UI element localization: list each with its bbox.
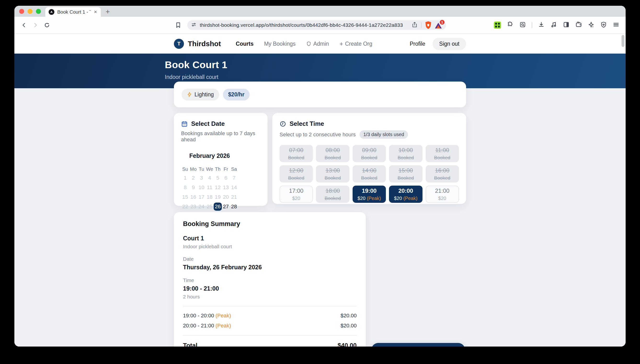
slot-status: Booked xyxy=(361,175,377,181)
slot-time: 13:00 xyxy=(326,167,340,174)
summary-title: Booking Summary xyxy=(183,220,357,228)
calendar-day: 19 xyxy=(214,192,222,202)
slot-price: $20 xyxy=(394,196,402,201)
nav-item-my-bookings[interactable]: My Bookings xyxy=(264,41,296,47)
url-text[interactable]: thirdshot-booking.vercel.app/o/thirdshot… xyxy=(200,22,408,28)
calendar-month-label: February 2026 xyxy=(181,152,238,159)
line-item-peak-label: (Peak) xyxy=(216,312,231,318)
zoom-window-button[interactable] xyxy=(36,9,41,14)
calendar-day: 17 xyxy=(197,192,205,202)
calendar-days: 1234567891011121314151617181920212223242… xyxy=(181,173,238,212)
calendar-day: 23 xyxy=(189,202,197,212)
site-settings-icon[interactable] xyxy=(191,22,196,28)
minimize-window-button[interactable] xyxy=(28,9,33,14)
close-tab-icon[interactable]: × xyxy=(93,9,97,15)
calendar: February 2026 SuMoTuWeThFrSa 12345678910… xyxy=(181,152,238,212)
slot-status: Booked xyxy=(325,175,341,181)
slot-price: $20 xyxy=(438,196,446,201)
summary-total-row: Total $40.00 xyxy=(183,342,357,346)
browser-window: Book Court 1 - Thirdshot Club × + xyxy=(14,6,626,346)
slots-used-badge: 1/3 daily slots used xyxy=(359,130,408,139)
wallet-icon[interactable] xyxy=(575,21,582,29)
nav-item-label: My Bookings xyxy=(264,41,296,47)
time-slot-1700-available[interactable]: 17:00$20 xyxy=(280,186,313,203)
extensions-puzzle-icon[interactable] xyxy=(507,21,514,29)
page-subtitle: Indoor pickleball court xyxy=(165,74,475,80)
select-time-title-row: Select Time xyxy=(280,120,459,128)
calendar-day-selected[interactable]: 26 xyxy=(214,202,222,212)
clock-icon xyxy=(280,120,286,127)
green-extension-icon[interactable] xyxy=(494,22,501,29)
proceed-to-payment-button[interactable]: Proceed to Payment xyxy=(371,343,465,346)
line-item-amount: $20.00 xyxy=(341,312,357,319)
lightning-icon xyxy=(187,92,192,97)
nav-item-courts[interactable]: Courts xyxy=(236,41,253,47)
nav-item-label: Admin xyxy=(313,41,329,47)
sidebar-icon[interactable] xyxy=(563,21,570,29)
court-features-card: Lighting $20/hr xyxy=(174,82,466,108)
calendar-day[interactable]: 28 xyxy=(230,202,238,212)
line-item-peak-label: (Peak) xyxy=(216,323,231,328)
forward-button[interactable] xyxy=(31,20,40,30)
time-slot-1800-booked: 18:00Booked xyxy=(316,186,349,203)
calendar-day: 8 xyxy=(181,183,189,192)
brand-logo[interactable]: T xyxy=(174,39,184,49)
media-icon[interactable] xyxy=(550,21,557,29)
total-label: Total xyxy=(183,342,197,346)
slot-price: $20 xyxy=(292,196,300,201)
brave-shields-icon[interactable] xyxy=(425,21,432,29)
nav-item-label: Courts xyxy=(236,41,253,47)
time-slot-2100-available[interactable]: 21:00$20 xyxy=(426,186,459,203)
bookmark-icon[interactable] xyxy=(173,20,183,30)
slot-status: Booked xyxy=(434,155,450,160)
slot-time: 21:00 xyxy=(435,188,449,194)
calendar-day: 16 xyxy=(189,192,197,202)
url-bar[interactable]: thirdshot-booking.vercel.app/o/thirdshot… xyxy=(187,20,446,30)
extension-alert-icon[interactable]: 1 xyxy=(435,22,442,28)
time-slot-0700-booked: 07:00Booked xyxy=(280,145,313,162)
slot-time: 14:00 xyxy=(362,167,376,174)
calendar-day[interactable]: 27 xyxy=(222,202,230,212)
slot-time: 20:00 xyxy=(398,188,413,194)
nav-item-create-org[interactable]: +Create Org xyxy=(339,41,372,47)
nav-item-admin[interactable]: Admin xyxy=(306,41,329,47)
browser-tab[interactable]: Book Court 1 - Thirdshot Club × xyxy=(45,7,101,17)
slot-status: Booked xyxy=(325,196,341,201)
downloads-icon[interactable] xyxy=(538,21,545,29)
select-date-card: Select Date Bookings available up to 7 d… xyxy=(174,113,268,206)
page-preview-icon[interactable] xyxy=(519,21,526,29)
calendar-weekday: Tu xyxy=(197,165,205,173)
slot-status: $20 xyxy=(292,196,300,201)
select-date-title-row: Select Date xyxy=(181,120,260,128)
calendar-weekdays: SuMoTuWeThFrSa xyxy=(181,165,238,173)
reload-button[interactable] xyxy=(42,20,52,30)
share-icon[interactable] xyxy=(411,22,418,29)
calendar-day: 12 xyxy=(214,183,222,192)
slot-time: 09:00 xyxy=(362,147,376,154)
slot-time: 08:00 xyxy=(326,147,340,154)
scrollbar-thumb[interactable] xyxy=(621,35,624,47)
calendar-day: 21 xyxy=(230,192,238,202)
site-favicon-icon xyxy=(49,9,54,15)
calendar-day: 11 xyxy=(205,183,214,192)
time-slot-1400-booked: 14:00Booked xyxy=(353,165,386,182)
close-window-button[interactable] xyxy=(19,9,24,14)
page-content: T Thirdshot CourtsMy BookingsAdmin+Creat… xyxy=(14,34,626,346)
calendar-day: 20 xyxy=(222,192,230,202)
calendar-day: 3 xyxy=(197,173,205,183)
menu-icon[interactable] xyxy=(613,21,619,29)
profile-link[interactable]: Profile xyxy=(409,41,425,47)
time-slot-1900-selected[interactable]: 19:00$20 (Peak) xyxy=(353,186,386,203)
extension-badge-count: 1 xyxy=(440,20,445,25)
vpn-shield-icon[interactable] xyxy=(600,21,607,29)
nav-links: CourtsMy BookingsAdmin+Create Org xyxy=(236,41,372,47)
brand-name[interactable]: Thirdshot xyxy=(188,40,221,48)
calendar-day: 22 xyxy=(181,202,189,212)
calendar-icon xyxy=(181,120,188,127)
signout-button[interactable]: Sign out xyxy=(433,38,466,50)
summary-line-item: 20:00 - 21:00 (Peak)$20.00 xyxy=(183,323,357,329)
new-tab-button[interactable]: + xyxy=(106,8,110,17)
time-slot-2000-selected[interactable]: 20:00$20 (Peak) xyxy=(389,186,422,203)
back-button[interactable] xyxy=(19,20,29,30)
leo-ai-icon[interactable] xyxy=(588,21,594,29)
